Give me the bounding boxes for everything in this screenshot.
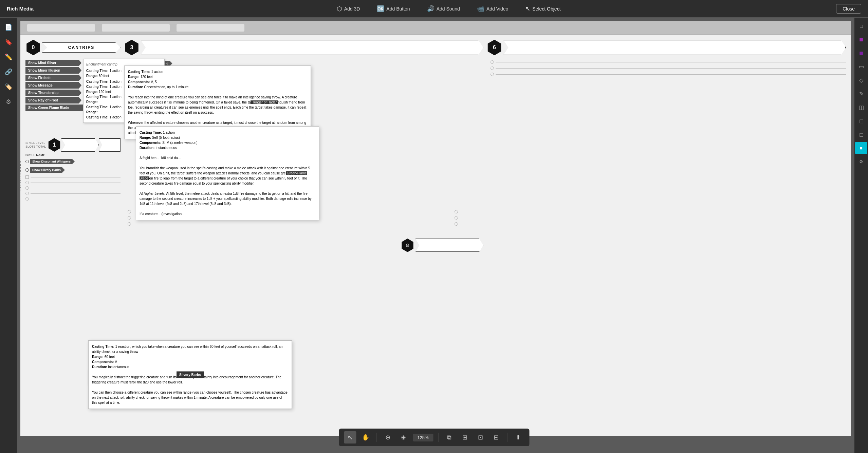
level6-title bbox=[503, 40, 846, 55]
greenflame-popup: Casting Time: 1 action Range: Self (5-fo… bbox=[136, 126, 319, 220]
sidebar-page-icon[interactable]: 📄 bbox=[2, 21, 15, 33]
greenflame-name-tag: Green-Flame Blade bbox=[140, 171, 307, 180]
toolbar-actions: ⬡ Add 3D 🆗 Add Button 🔊 Add Sound 📹 Add … bbox=[61, 3, 836, 15]
spell-name-header: SPELL NAME bbox=[25, 153, 121, 157]
silvery-barbs-popup: Casting Time: 1 reaction, which you take… bbox=[88, 340, 292, 409]
rc-l2 bbox=[496, 68, 846, 69]
level1-empty-lines bbox=[25, 175, 121, 201]
sidebar-bookmark-icon[interactable]: 🔖 bbox=[2, 36, 15, 48]
empty-circle-3 bbox=[25, 186, 29, 190]
l3-circle-2 bbox=[128, 216, 131, 220]
nav-item-2 bbox=[102, 24, 170, 32]
level1-title bbox=[61, 138, 99, 152]
spell-level-label: SPELL LEVEL SLOTS TOTAL bbox=[25, 141, 46, 149]
right-icon-10[interactable]: ■ bbox=[855, 142, 867, 154]
level1-slots bbox=[99, 138, 121, 152]
add-3d-button[interactable]: ⬡ Add 3D bbox=[333, 3, 364, 15]
gf-investigation: If a creature... (Investigation... bbox=[140, 211, 315, 216]
main-content: 0 CANTRIPS 3 6 bbox=[17, 18, 854, 453]
zoom-in-tool[interactable]: ⊕ bbox=[397, 431, 409, 443]
spell-silvery[interactable]: Show Silvery Barbs bbox=[30, 167, 65, 173]
sidebar-tools-icon[interactable]: ⚙ bbox=[2, 96, 15, 108]
level8-title bbox=[415, 239, 483, 252]
l3-circle-3b bbox=[455, 222, 458, 226]
crop-tool[interactable]: ⊟ bbox=[490, 431, 502, 443]
hunger-name-tag: Hunger of Hadar bbox=[251, 100, 278, 104]
empty-line-bar-2 bbox=[31, 183, 121, 183]
right-icon-8[interactable]: ◻ bbox=[855, 115, 867, 127]
left-spell-col: Show Mind Sliver Show Minor Illusion Sho… bbox=[25, 59, 121, 256]
right-icon-6[interactable]: ✎ bbox=[855, 88, 867, 100]
sidebar-annotate-icon[interactable]: ✏️ bbox=[2, 51, 15, 63]
level6-hex: 6 bbox=[487, 40, 502, 55]
right-icon-9[interactable]: ◻ bbox=[855, 128, 867, 140]
level8-hex: 8 bbox=[401, 239, 414, 252]
arrange-tool[interactable]: ⊞ bbox=[459, 431, 471, 443]
app-title: Rich Media bbox=[0, 6, 61, 12]
empty-line-bar-1 bbox=[31, 177, 121, 177]
empty-line-1 bbox=[25, 175, 121, 179]
l3-circle-1 bbox=[128, 210, 131, 213]
level6-header: 6 bbox=[487, 40, 846, 55]
upload-tool[interactable]: ⬆ bbox=[512, 431, 524, 443]
close-button[interactable]: Close bbox=[836, 4, 861, 14]
gf-desc1: You brandish the weapon used in the spel… bbox=[140, 166, 315, 186]
select-object-button[interactable]: ↖ Select Object bbox=[522, 3, 564, 15]
level1-section: SPELL LEVEL SLOTS TOTAL 1 SPELL NAME bbox=[25, 138, 121, 201]
hh-casting: Casting Time: 1 action bbox=[128, 69, 307, 74]
empty-line-bar-5 bbox=[31, 199, 121, 199]
hh-range: Range: 120 feet bbox=[128, 74, 307, 79]
level1-spell1-row: Show Dissonant Whispers bbox=[25, 158, 121, 165]
cursor-tool[interactable]: ↖ bbox=[344, 431, 356, 443]
fit-tool[interactable]: ⊡ bbox=[474, 431, 486, 443]
cantrips-hex: 0 bbox=[25, 40, 41, 55]
spell-dissonant[interactable]: Show Dissonant Whispers bbox=[30, 159, 75, 164]
add-video-button[interactable]: 📹 Add Video bbox=[474, 3, 512, 15]
sheet-wrapper: 0 CANTRIPS 3 6 bbox=[20, 21, 851, 436]
nav-item-1 bbox=[27, 24, 95, 32]
right-icon-4[interactable]: ▭ bbox=[855, 60, 867, 73]
add-button-button[interactable]: 🆗 Add Button bbox=[373, 3, 413, 15]
l3-line-2b bbox=[460, 218, 480, 218]
l3-line-3 bbox=[133, 224, 453, 224]
right-icon-3[interactable]: ■ bbox=[855, 47, 867, 59]
empty-line-3 bbox=[25, 186, 121, 190]
right-icon-5[interactable]: ◇ bbox=[855, 74, 867, 86]
rc-c3 bbox=[491, 73, 494, 76]
copy-tool[interactable]: ⧉ bbox=[443, 431, 455, 443]
level3-title bbox=[141, 40, 483, 55]
right-icon-11[interactable]: ⚙ bbox=[855, 155, 867, 168]
right-icon-1[interactable]: ◻ bbox=[855, 20, 867, 32]
l3-circle-3 bbox=[128, 222, 131, 226]
spell-greenflame-label: Show Green-Flame Blade bbox=[25, 105, 90, 111]
gf-components: Components: S, M (a melee weapon) bbox=[140, 140, 315, 145]
rc-c1 bbox=[491, 60, 494, 64]
select-object-icon: ↖ bbox=[525, 5, 530, 13]
gf-note: A frigid bea... 1d8 cold da... bbox=[140, 155, 315, 161]
empty-circle-1 bbox=[25, 175, 29, 179]
add-sound-button[interactable]: 🔊 Add Sound bbox=[424, 3, 463, 15]
level3-hex: 3 bbox=[124, 40, 140, 55]
add-video-icon: 📹 bbox=[477, 5, 484, 13]
silvery-barbs-tag: Silvery Barbs bbox=[177, 372, 204, 378]
toolbar-divider-1 bbox=[376, 433, 377, 442]
rc-line-1 bbox=[491, 60, 846, 64]
toolbar-divider-3 bbox=[507, 433, 507, 442]
zoom-out-tool[interactable]: ⊖ bbox=[382, 431, 394, 443]
zoom-display[interactable]: 125% bbox=[413, 434, 433, 441]
hand-tool[interactable]: ✋ bbox=[359, 431, 372, 443]
spell-minor-illusion-label: Show Minor Illusion bbox=[25, 67, 81, 74]
level1-header: SPELL LEVEL SLOTS TOTAL 1 bbox=[25, 138, 121, 152]
spell-silvery-label: Show Silvery Barbs bbox=[30, 167, 65, 173]
gf-casting: Casting Time: 1 action bbox=[140, 130, 315, 135]
gf-duration: Duration: Instantaneous bbox=[140, 145, 315, 150]
spells-known-label: SPELLS KNOWN bbox=[20, 161, 22, 190]
right-icon-7[interactable]: ◫ bbox=[855, 101, 867, 113]
left-sidebar: 📄 🔖 ✏️ 🔗 🏷️ ⚙ bbox=[0, 18, 17, 453]
right-icon-2[interactable]: ■ bbox=[855, 33, 867, 45]
rc-line-2 bbox=[491, 67, 846, 70]
toolbar-divider-2 bbox=[438, 433, 438, 442]
spell-dissonant-label: Show Dissonant Whispers bbox=[30, 159, 75, 164]
sidebar-tag-icon[interactable]: 🏷️ bbox=[2, 81, 15, 93]
sidebar-link-icon[interactable]: 🔗 bbox=[2, 66, 15, 78]
